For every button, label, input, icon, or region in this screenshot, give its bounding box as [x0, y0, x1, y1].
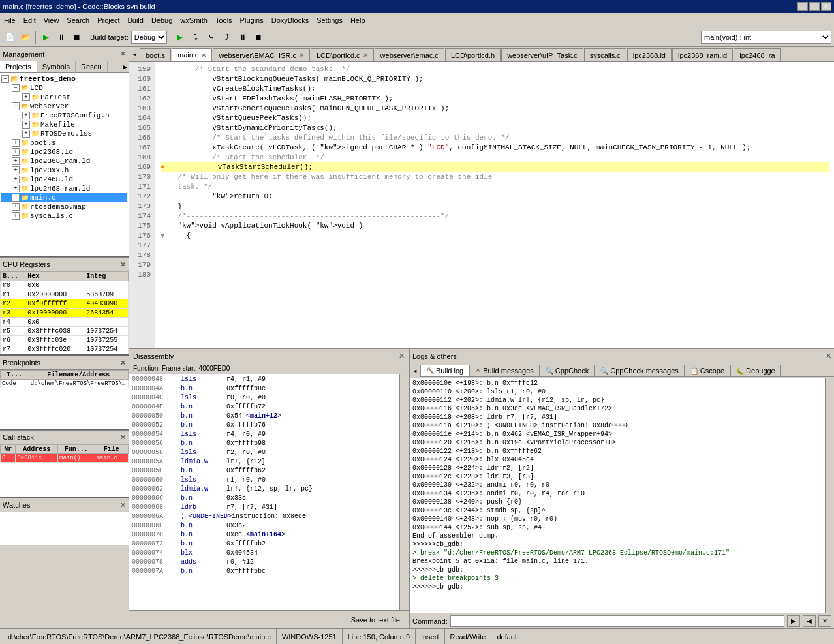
- code-line[interactable]: /* Start the tasks defined within this f…: [161, 133, 829, 143]
- expand-button[interactable]: +: [12, 166, 20, 174]
- menu-item-plugins[interactable]: Plugins: [236, 15, 268, 25]
- expand-button[interactable]: +: [12, 212, 20, 220]
- menu-item-build[interactable]: Build: [123, 15, 147, 25]
- tree-item[interactable]: +📁lpc23xx.h: [1, 166, 127, 175]
- watches-close[interactable]: ✕: [120, 501, 126, 510]
- menu-item-wxsmith[interactable]: wxSmith: [176, 15, 211, 25]
- stop-button[interactable]: ⏹: [70, 30, 84, 44]
- editor-tab[interactable]: LCD\portlcd.c✕: [311, 48, 374, 61]
- log-tab[interactable]: 🐛Debugge: [730, 365, 781, 376]
- code-line[interactable]: vStartQueuePeekTasks();: [161, 114, 829, 123]
- minimize-button[interactable]: −: [797, 2, 808, 11]
- editor-tab[interactable]: lpc2368.ld: [627, 48, 672, 61]
- maximize-button[interactable]: □: [809, 2, 820, 11]
- fold-button[interactable]: ▼: [161, 232, 169, 239]
- build-target-select[interactable]: Debug: [131, 31, 167, 44]
- debug-step-button[interactable]: ⤵: [189, 30, 203, 44]
- code-line[interactable]: task. */: [161, 182, 829, 192]
- code-editor[interactable]: 1591601611621631641651661671681691701711…: [129, 62, 834, 348]
- expand-button[interactable]: +: [12, 185, 20, 192]
- tab-resources[interactable]: Resou: [76, 61, 108, 72]
- menu-item-project[interactable]: Project: [93, 15, 123, 25]
- log-tab[interactable]: 🔍CppCheck: [540, 365, 595, 376]
- menu-item-tools[interactable]: Tools: [211, 15, 236, 25]
- tree-item[interactable]: +📁RTOSDemo.lss: [1, 129, 127, 138]
- tree-item[interactable]: +📁lpc2368.ld: [1, 147, 127, 157]
- call-stack-close[interactable]: ✕: [120, 433, 126, 442]
- tree-item[interactable]: +📁lpc2468.ld: [1, 175, 127, 184]
- tree-item[interactable]: +📁syscalls.c: [1, 211, 127, 221]
- code-line[interactable]: }: [161, 202, 829, 211]
- tree-item[interactable]: +📁ParTest: [1, 93, 127, 102]
- editor-tab[interactable]: main.c✕: [172, 48, 212, 61]
- cmd-btn-1[interactable]: ▶: [787, 615, 800, 627]
- cmd-btn-close[interactable]: ✕: [818, 615, 831, 627]
- code-line[interactable]: vCreateBlockTimeTasks();: [161, 84, 829, 94]
- cpu-registers-close[interactable]: ✕: [120, 260, 126, 269]
- log-tab[interactable]: 📋Cscope: [685, 365, 730, 376]
- code-line[interactable]: /* Start the standard demo tasks. */: [161, 65, 829, 74]
- expand-button[interactable]: −: [12, 84, 20, 92]
- tree-item[interactable]: −📂LCD: [1, 84, 127, 93]
- tree-item[interactable]: +📁main.c: [1, 193, 127, 202]
- code-line[interactable]: vStartDynamicPriorityTasks();: [161, 123, 829, 133]
- tree-item[interactable]: +📁Makefile: [1, 120, 127, 129]
- code-line[interactable]: "kw">return 0;: [161, 192, 829, 202]
- expand-button[interactable]: −: [12, 102, 20, 110]
- editor-tab[interactable]: LCD\portlcd.h: [445, 48, 501, 61]
- editor-tab[interactable]: webserver\emac.c: [375, 48, 444, 61]
- menu-item-edit[interactable]: Edit: [20, 15, 40, 25]
- menu-item-help[interactable]: Help: [347, 15, 369, 25]
- debug-pause-button[interactable]: ⏸: [236, 30, 250, 44]
- code-text[interactable]: /* Start the standard demo tasks. */ vSt…: [155, 62, 834, 348]
- tab-close-button[interactable]: ✕: [363, 52, 368, 59]
- code-line[interactable]: ▼ {: [161, 231, 829, 241]
- expand-button[interactable]: +: [12, 148, 20, 156]
- debug-next-button[interactable]: ⤷: [204, 30, 219, 44]
- disassembly-content[interactable]: 00000048 lsls r4, r1, #90000004A b.n 0xf…: [129, 374, 399, 610]
- code-line[interactable]: ● vTaskStartScheduler();: [161, 162, 829, 172]
- editor-tab[interactable]: webserver\uIP_Task.c: [501, 48, 583, 61]
- editor-tab[interactable]: webserver\EMAC_ISR.c✕: [213, 48, 310, 61]
- logs-content[interactable]: 0x0000010e <+198>: b.n 0xffffc120x000001…: [410, 378, 825, 613]
- expand-button[interactable]: +: [22, 93, 30, 101]
- menu-item-settings[interactable]: Settings: [313, 15, 347, 25]
- expand-button[interactable]: −: [1, 75, 9, 83]
- code-line[interactable]: "kw">void vApplicationTickHook( "kw">voi…: [161, 221, 829, 231]
- menu-item-view[interactable]: View: [40, 15, 63, 25]
- menu-item-file[interactable]: File: [0, 15, 20, 25]
- tree-item[interactable]: +📁rtosdemao.map: [1, 202, 127, 211]
- tree-item[interactable]: +📁lpc2368_ram.ld: [1, 157, 127, 166]
- tab-projects[interactable]: Projects: [0, 61, 37, 72]
- tab-close-button[interactable]: ✕: [299, 52, 304, 59]
- log-tab[interactable]: 🔨Build log: [420, 365, 469, 376]
- breakpoints-close[interactable]: ✕: [120, 359, 126, 367]
- run-button[interactable]: ▶: [39, 30, 53, 44]
- editor-tab[interactable]: boot.s: [140, 48, 171, 61]
- expand-button[interactable]: +: [22, 121, 30, 129]
- logs-close[interactable]: ✕: [826, 352, 831, 360]
- log-tab[interactable]: 🔍CppCheck messages: [595, 365, 685, 376]
- debug-run-button[interactable]: ▶: [173, 30, 187, 44]
- code-line[interactable]: /* Start the scheduler. */: [161, 153, 829, 162]
- disassembly-scrollbar[interactable]: [399, 374, 409, 610]
- expand-button[interactable]: +: [12, 139, 20, 147]
- tree-item[interactable]: +📁boot.s: [1, 138, 127, 147]
- expand-button[interactable]: +: [12, 194, 20, 202]
- debug-stop-button[interactable]: ⏹: [251, 30, 266, 44]
- command-input[interactable]: [450, 615, 784, 627]
- management-close[interactable]: ✕: [120, 50, 126, 58]
- code-line[interactable]: vStartBlockingQueueTasks( mainBLOCK_Q_PR…: [161, 74, 829, 84]
- editor-tab[interactable]: syscalls.c: [584, 48, 626, 61]
- menu-item-search[interactable]: Search: [63, 15, 93, 25]
- cmd-btn-2[interactable]: ◀: [803, 615, 816, 627]
- code-line[interactable]: xTaskCreate( vLCDTask, ( "kw">signed por…: [161, 143, 829, 153]
- open-button[interactable]: 📂: [18, 30, 33, 44]
- expand-button[interactable]: +: [22, 112, 30, 119]
- editor-tab[interactable]: lpc2368_ram.ld: [672, 48, 733, 61]
- log-tab[interactable]: ⚠Build messages: [469, 365, 540, 376]
- expand-button[interactable]: +: [12, 176, 20, 183]
- close-button[interactable]: ✕: [821, 2, 831, 11]
- pause-button[interactable]: ⏸: [54, 30, 69, 44]
- code-line[interactable]: /* Will only get here if there was insuf…: [161, 172, 829, 182]
